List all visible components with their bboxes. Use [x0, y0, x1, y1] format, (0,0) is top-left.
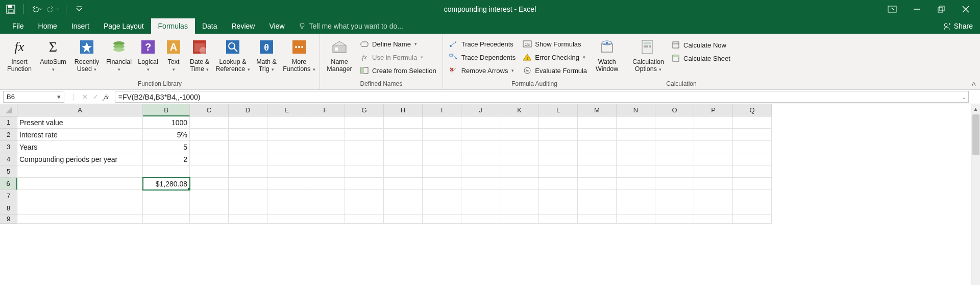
recently-used-button[interactable]: Recently Used ▾ — [70, 36, 103, 75]
col-header-P[interactable]: P — [694, 104, 733, 116]
row-header-1[interactable]: 1 — [0, 116, 17, 129]
col-header-M[interactable]: M — [578, 104, 617, 116]
cell-C1[interactable] — [190, 116, 229, 129]
tab-home[interactable]: Home — [31, 18, 64, 34]
cell-B8[interactable] — [143, 202, 190, 215]
minimize-icon[interactable] — [905, 0, 928, 18]
cell-A5[interactable] — [17, 165, 143, 178]
trace-dependents-button[interactable]: Trace Dependents — [446, 51, 519, 63]
col-header-I[interactable]: I — [423, 104, 461, 116]
col-header-L[interactable]: L — [539, 104, 578, 116]
evaluate-formula-button[interactable]: fxEvaluate Formula — [520, 64, 590, 77]
row-header-8[interactable]: 8 — [0, 202, 17, 215]
show-formulas-button[interactable]: 15Show Formulas — [520, 38, 590, 50]
error-checking-button[interactable]: !Error Checking ▾ — [520, 51, 590, 63]
name-manager-button[interactable]: Name Manager — [323, 36, 356, 75]
col-header-C[interactable]: C — [190, 104, 229, 116]
cell-A3[interactable]: Years — [17, 141, 143, 153]
collapse-ribbon-icon[interactable]: ᐱ — [972, 81, 976, 87]
col-header-K[interactable]: K — [500, 104, 539, 116]
scroll-up-icon[interactable]: ▲ — [971, 104, 980, 113]
enter-icon[interactable]: ✓ — [93, 93, 99, 101]
tab-review[interactable]: Review — [225, 18, 262, 34]
row-header-4[interactable]: 4 — [0, 153, 17, 165]
create-from-selection-button[interactable]: Create from Selection — [357, 64, 439, 77]
cell-A4[interactable]: Compounding periods per year — [17, 153, 143, 165]
redo-icon[interactable] — [47, 4, 59, 15]
cell-B6[interactable]: $1,280.08 — [143, 178, 190, 190]
col-header-O[interactable]: O — [655, 104, 694, 116]
watch-window-button[interactable]: Watch Window — [591, 36, 623, 75]
cell-B5[interactable] — [143, 165, 190, 178]
cell-B2[interactable]: 5% — [143, 129, 190, 141]
col-header-E[interactable]: E — [267, 104, 306, 116]
name-box[interactable]: B6 ▾ — [3, 91, 64, 103]
tab-insert[interactable]: Insert — [64, 18, 96, 34]
close-icon[interactable] — [954, 0, 977, 18]
calculate-now-button[interactable]: Calculate Now — [668, 39, 733, 51]
col-header-N[interactable]: N — [617, 104, 655, 116]
text-button[interactable]: A Text▾ — [162, 36, 185, 75]
row-header-2[interactable]: 2 — [0, 129, 17, 141]
math-trig-button[interactable]: θ Math & Trig ▾ — [252, 36, 281, 75]
undo-icon[interactable] — [31, 4, 42, 15]
define-name-button[interactable]: Define Name ▾ — [357, 38, 439, 50]
tell-me-search[interactable]: Tell me what you want to do... — [292, 18, 409, 34]
ribbon-display-options-icon[interactable] — [881, 0, 903, 18]
name-box-dropdown-icon[interactable]: ▾ — [57, 93, 61, 101]
tab-view[interactable]: View — [262, 18, 291, 34]
cancel-icon[interactable]: ✕ — [82, 93, 88, 101]
col-header-G[interactable]: G — [345, 104, 384, 116]
col-header-H[interactable]: H — [384, 104, 423, 116]
lookup-reference-button[interactable]: Lookup & Reference ▾ — [214, 36, 251, 75]
logical-button[interactable]: ? Logical▾ — [135, 36, 161, 75]
col-header-J[interactable]: J — [461, 104, 500, 116]
row-header-5[interactable]: 5 — [0, 165, 17, 178]
col-header-F[interactable]: F — [306, 104, 345, 116]
scroll-thumb[interactable] — [972, 114, 979, 155]
cell-B1[interactable]: 1000 — [143, 116, 190, 129]
save-icon[interactable] — [5, 4, 16, 15]
restore-icon[interactable] — [930, 0, 952, 18]
row-header-3[interactable]: 3 — [0, 141, 17, 153]
use-in-formula-button[interactable]: fxUse in Formula ▾ — [357, 51, 439, 63]
autosum-button[interactable]: Σ AutoSum▾ — [37, 36, 69, 75]
select-all-corner[interactable] — [0, 104, 17, 116]
cell-A6[interactable] — [17, 178, 143, 190]
cell-A1[interactable]: Present value — [17, 116, 143, 129]
vertical-scrollbar[interactable]: ▲ — [971, 104, 980, 285]
formula-input[interactable]: =FV(B2/B4,B3*B4,,-1000) ⌄ — [115, 91, 969, 103]
insert-function-button[interactable]: fx Insert Function — [3, 36, 36, 75]
formula-bar-expand-icon[interactable]: ⌄ — [962, 94, 966, 100]
remove-arrows-button[interactable]: Remove Arrows ▾ — [446, 64, 519, 77]
share-button[interactable]: Share — [936, 18, 980, 34]
tab-page-layout[interactable]: Page Layout — [96, 18, 151, 34]
insert-function-fx-icon[interactable]: 𝑓x — [104, 93, 109, 101]
cell-grid[interactable]: Present value 1000 Interest rate 5% Year… — [17, 116, 772, 224]
cell-A9[interactable] — [17, 215, 143, 224]
cell-A7[interactable] — [17, 190, 143, 202]
more-functions-button[interactable]: More Functions ▾ — [282, 36, 316, 75]
row-header-9[interactable]: 9 — [0, 215, 17, 224]
col-header-B[interactable]: B — [143, 104, 190, 116]
cell-B7[interactable] — [143, 190, 190, 202]
calculation-options-button[interactable]: Calculation Options ▾ — [629, 36, 667, 75]
tab-formulas[interactable]: Formulas — [151, 18, 195, 34]
col-header-Q[interactable]: Q — [733, 104, 772, 116]
calculate-sheet-button[interactable]: Calculate Sheet — [668, 52, 733, 64]
cell-A2[interactable]: Interest rate — [17, 129, 143, 141]
col-header-D[interactable]: D — [229, 104, 267, 116]
date-time-button[interactable]: Date & Time ▾ — [186, 36, 213, 75]
tab-data[interactable]: Data — [195, 18, 225, 34]
cell-B4[interactable]: 2 — [143, 153, 190, 165]
financial-button[interactable]: Financial▾ — [104, 36, 134, 75]
col-header-A[interactable]: A — [17, 104, 143, 116]
cell-B3[interactable]: 5 — [143, 141, 190, 153]
cell-A8[interactable] — [17, 202, 143, 215]
row-header-6[interactable]: 6 — [0, 178, 17, 190]
trace-precedents-button[interactable]: Trace Precedents — [446, 38, 519, 50]
tab-file[interactable]: File — [5, 18, 31, 34]
qat-customize-icon[interactable] — [74, 4, 85, 15]
cell-B9[interactable] — [143, 215, 190, 224]
row-header-7[interactable]: 7 — [0, 190, 17, 202]
